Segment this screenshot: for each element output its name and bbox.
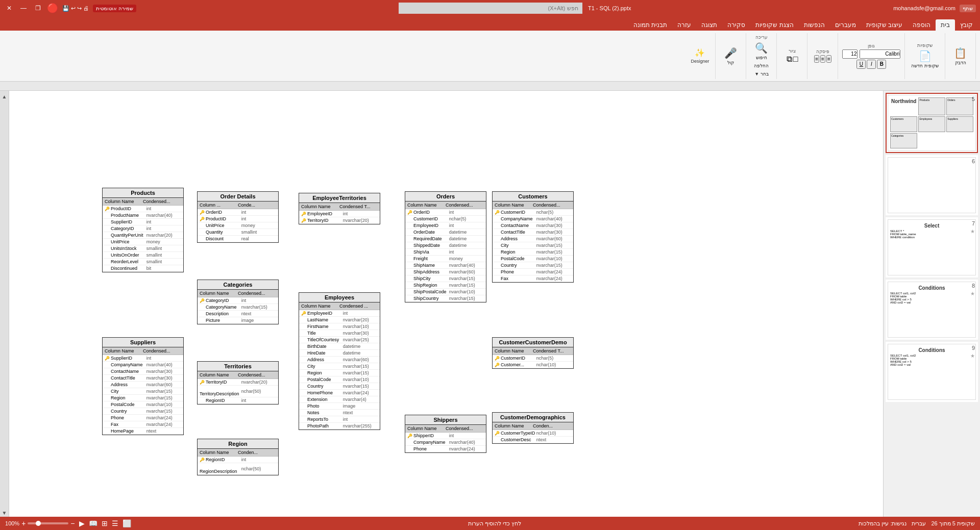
table-row[interactable]: Descriptionntext — [198, 311, 278, 317]
tab-transitions[interactable]: מעברים — [830, 19, 861, 31]
zoom-slider[interactable] — [28, 522, 68, 524]
view-slideshow-button[interactable]: ▶ — [79, 519, 85, 527]
tab-template[interactable]: תבנית תמונה — [628, 19, 672, 31]
table-row[interactable]: QuantityPerUnitnvarchar(20) — [103, 232, 183, 239]
table-row[interactable]: Countrynvarchar(15) — [493, 262, 573, 269]
designer-button[interactable]: ✨ Designer — [689, 47, 711, 65]
maximize-button[interactable]: ❐ — [33, 3, 43, 13]
table-row[interactable]: RequiredDatedatetime — [405, 236, 486, 242]
table-row[interactable]: FirstNamenvarchar(10) — [299, 323, 380, 330]
table-row[interactable]: Faxnvarchar(24) — [103, 421, 183, 428]
db-table-employeeterritories[interactable]: EmployeeTerritoriesColumn NameCondensed … — [299, 193, 380, 224]
table-row[interactable]: HireDatedatetime — [299, 350, 380, 357]
zoom-plus[interactable]: + — [21, 519, 26, 527]
shapes-button[interactable]: □ — [793, 55, 798, 64]
table-row[interactable]: 🔑CustomerIDnchar(5) — [493, 209, 573, 216]
table-row[interactable]: Pictureimage — [198, 317, 278, 324]
table-row[interactable]: 🔑ProductIDint — [198, 216, 278, 222]
zoom-minus[interactable]: − — [70, 519, 75, 527]
table-row[interactable]: Citynvarchar(15) — [493, 242, 573, 249]
share-button[interactable]: שתף — [960, 5, 976, 12]
table-row[interactable]: 🔑CategoryIDint — [198, 297, 278, 304]
table-row[interactable]: Countrynvarchar(15) — [103, 408, 183, 415]
table-row[interactable]: PostalCodenvarchar(10) — [103, 401, 183, 408]
db-table-orders[interactable]: OrdersColumn NameCondensed...🔑OrderIDint… — [405, 191, 486, 302]
db-table-customercustomerdemo[interactable]: CustomerCustomerDemoColumn NameCondensed… — [492, 337, 574, 369]
view-sorter-button[interactable]: ⊞ — [102, 519, 108, 527]
table-row[interactable]: Quantitysmallint — [198, 229, 278, 236]
table-row[interactable]: CustomerIDnchar(5) — [405, 216, 486, 222]
table-row[interactable]: 🔑SupplierIDint — [103, 355, 183, 362]
scroll-down-arrow[interactable]: ▼ — [1, 509, 8, 517]
db-table-customers[interactable]: CustomersColumn NameCondensed...🔑Custome… — [492, 191, 574, 283]
table-row[interactable]: Photoimage — [299, 403, 380, 410]
close-button[interactable]: ✕ — [4, 3, 14, 13]
table-row[interactable]: PhotoPathnvarchar(255) — [299, 423, 380, 430]
table-row[interactable]: TerritoryDescriptionnchar(50) — [198, 386, 278, 397]
table-row[interactable]: Notesntext — [299, 410, 380, 416]
table-row[interactable]: ReportsToint — [299, 416, 380, 423]
table-row[interactable]: HomePagentext — [103, 428, 183, 435]
table-row[interactable]: Addressnvarchar(60) — [299, 357, 380, 363]
table-row[interactable]: ContactNamenvarchar(30) — [103, 368, 183, 375]
table-row[interactable]: Countrynvarchar(15) — [299, 383, 380, 390]
table-row[interactable]: 🔑CustomerIDnchar(5) — [493, 355, 573, 362]
table-row[interactable]: 🔑RegionIDint — [198, 457, 278, 463]
table-row[interactable]: 🔑TerritoryIDnvarchar(20) — [198, 379, 278, 386]
table-row[interactable]: Titlenvarchar(30) — [299, 330, 380, 337]
table-row[interactable]: 🔑CustomerTypeIDnchar(10) — [493, 430, 573, 437]
table-row[interactable]: PostalCodenvarchar(10) — [493, 256, 573, 262]
table-row[interactable]: RegionDescriptionnchar(50) — [198, 463, 278, 475]
table-row[interactable]: Discontinuedbit — [103, 265, 183, 272]
table-row[interactable]: RegionIDint — [198, 397, 278, 404]
paste-button[interactable]: 📋 הדבק — [952, 46, 969, 66]
underline-button[interactable]: U — [856, 60, 866, 69]
table-row[interactable]: EmployeeIDint — [405, 222, 486, 229]
table-row[interactable]: ContactTitlenvarchar(30) — [103, 375, 183, 382]
replace-button[interactable]: החלפה — [752, 61, 771, 69]
table-row[interactable]: ShipCountrynvarchar(15) — [405, 295, 486, 302]
thumbnail-item-6[interactable]: 6 — [886, 155, 978, 215]
table-row[interactable]: Addressnvarchar(60) — [103, 382, 183, 388]
bold-button[interactable]: B — [877, 60, 886, 69]
tab-insert[interactable]: הוספה — [908, 19, 936, 31]
scroll-up-arrow[interactable]: ▲ — [1, 93, 8, 100]
table-row[interactable]: ContactTitlenvarchar(30) — [493, 229, 573, 236]
table-row[interactable]: UnitPricemoney — [103, 239, 183, 245]
table-row[interactable]: CustomerDescntext — [493, 437, 573, 443]
canvas-area[interactable]: ProductsColumn NameCondensed...🔑ProductI… — [9, 91, 883, 517]
table-row[interactable]: Regionnvarchar(15) — [493, 249, 573, 256]
align-left-button[interactable]: ≡ — [814, 55, 819, 63]
table-row[interactable]: 🔑OrderIDint — [198, 209, 278, 216]
tab-view[interactable]: תצוגה — [696, 19, 722, 31]
zoom-level[interactable]: 100% — [5, 520, 19, 526]
db-table-products[interactable]: ProductsColumn NameCondensed...🔑ProductI… — [102, 188, 184, 272]
table-row[interactable]: Phonenvarchar(24) — [405, 446, 486, 452]
align-center-button[interactable]: ≡ — [820, 55, 825, 63]
table-row[interactable]: ShipRegionnvarchar(15) — [405, 282, 486, 289]
font-size-input[interactable] — [842, 49, 857, 59]
thumbnail-item-5[interactable]: 5NorthwindProductsOrdersCustomersEmploye… — [886, 93, 978, 153]
db-table-categories[interactable]: CategoriesColumn NameCondensed...🔑Catego… — [197, 280, 279, 324]
voice-button[interactable]: 🎤 קול — [722, 46, 739, 66]
table-row[interactable]: CompanyNamenvarchar(40) — [103, 362, 183, 368]
table-row[interactable]: TitleOfCourtesynvarchar(25) — [299, 337, 380, 343]
table-row[interactable]: ShipCitynvarchar(15) — [405, 275, 486, 282]
table-row[interactable]: ContactNamenvarchar(30) — [493, 222, 573, 229]
table-row[interactable]: CategoryIDint — [103, 225, 183, 232]
view-normal-button[interactable]: ⬜ — [122, 519, 131, 527]
table-row[interactable]: LastNamenvarchar(20) — [299, 317, 380, 323]
align-right-button[interactable]: ≡ — [826, 55, 831, 63]
table-row[interactable]: Phonenvarchar(24) — [103, 415, 183, 421]
db-table-order_details[interactable]: Order DetailsColumn ...Conde...🔑OrderIDi… — [197, 191, 279, 243]
tab-review[interactable]: סקירה — [722, 19, 750, 31]
table-row[interactable]: ShipViaint — [405, 249, 486, 256]
db-table-region[interactable]: RegionColumn NameConden...🔑RegionIDintRe… — [197, 439, 279, 475]
db-table-employees[interactable]: EmployeesColumn NameCondensed ...🔑Employ… — [299, 292, 380, 430]
view-outline-button[interactable]: ☰ — [112, 519, 118, 527]
db-table-shippers[interactable]: ShippersColumn NameCondensed...🔑ShipperI… — [405, 415, 486, 453]
table-row[interactable]: 🔑ShipperIDint — [405, 433, 486, 439]
view-reading-button[interactable]: 📖 — [89, 519, 97, 527]
tab-file[interactable]: קובץ — [955, 19, 978, 31]
table-row[interactable]: 🔑EmployeeIDint — [299, 211, 380, 217]
